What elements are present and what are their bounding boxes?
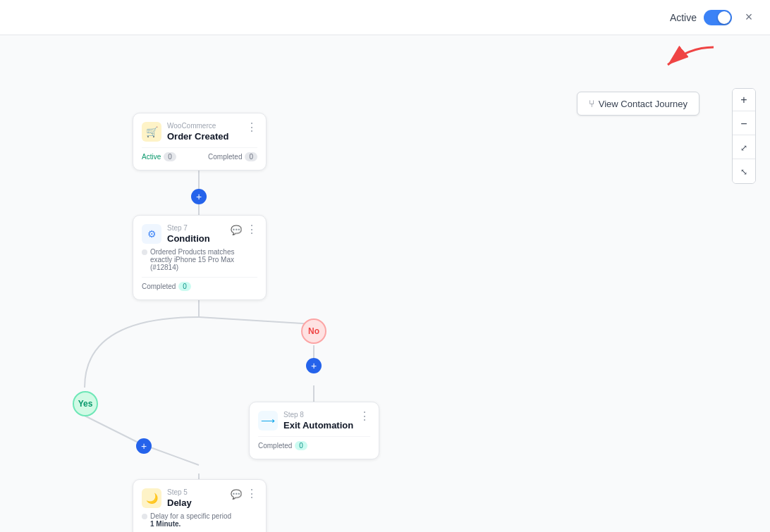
delay-comment-icon[interactable]: 💬	[231, 489, 242, 500]
yes-connector[interactable]: Yes	[73, 391, 98, 416]
fit-screen-button[interactable]: ⤢	[733, 137, 755, 159]
exit-icon: ⟶	[258, 411, 278, 431]
node-header-left: 🛒 WooCommerce Order Created	[142, 122, 228, 142]
active-badge: Active 0	[142, 152, 176, 161]
node-title: Order Created	[167, 131, 228, 142]
journey-icon: ⑂	[589, 98, 594, 109]
condition-title: Condition	[167, 233, 210, 244]
node-header: 🛒 WooCommerce Order Created ⋮	[142, 122, 257, 142]
canvas: ⑂ View Contact Journey + − ⤢ ⤡ 🛒 WooComm…	[0, 35, 770, 532]
active-label: Active	[670, 12, 697, 23]
exit-title: Exit Automation	[283, 420, 353, 431]
condition-completed-badge: Completed 0	[142, 282, 191, 291]
active-toggle[interactable]	[704, 10, 732, 25]
view-journey-label: View Contact Journey	[599, 99, 688, 109]
condition-step: Step 7	[167, 224, 210, 232]
condition-count: 0	[178, 282, 191, 291]
condition-desc-text: Ordered Products matches exactly iPhone …	[150, 248, 257, 271]
desc-dot	[142, 249, 147, 255]
condition-header: ⚙ Step 7 Condition 💬 ⋮	[142, 224, 257, 244]
delay-title-group: Step 5 Delay	[167, 488, 192, 508]
exit-footer: Completed 0	[258, 436, 370, 450]
view-contact-journey-button[interactable]: ⑂ View Contact Journey	[577, 92, 699, 116]
zoom-out-button[interactable]: −	[733, 113, 755, 135]
delay-duration: 1 Minute.	[150, 520, 231, 528]
delay-header: 🌙 Step 5 Delay 💬 ⋮	[142, 488, 257, 508]
exit-more-button[interactable]: ⋮	[359, 411, 370, 422]
completed-status: Completed	[208, 153, 242, 161]
delay-actions: 💬 ⋮	[231, 488, 257, 500]
condition-title-group: Step 7 Condition	[167, 224, 210, 244]
add-step-button-3[interactable]: +	[136, 438, 152, 454]
exit-step: Step 8	[283, 411, 353, 419]
condition-more-button[interactable]: ⋮	[246, 224, 257, 235]
topbar: Active ×	[0, 0, 770, 35]
condition-desc: Ordered Products matches exactly iPhone …	[142, 248, 257, 271]
condition-footer: Completed 0	[142, 277, 257, 291]
delay-desc-dot	[142, 514, 147, 519]
svg-line-6	[85, 416, 141, 444]
active-count: 0	[164, 152, 176, 161]
woocommerce-icon: 🛒	[142, 122, 161, 142]
exit-header: ⟶ Step 8 Exit Automation ⋮	[258, 411, 370, 431]
delay-title: Delay	[167, 497, 192, 508]
delay-icon: 🌙	[142, 488, 161, 508]
condition-header-left: ⚙ Step 7 Condition	[142, 224, 210, 244]
node-platform: WooCommerce	[167, 122, 228, 130]
node-title-group: WooCommerce Order Created	[167, 122, 228, 142]
exit-completed-status: Completed	[258, 442, 292, 450]
add-step-button-2[interactable]: +	[306, 358, 322, 373]
condition-icon: ⚙	[142, 224, 161, 244]
active-status: Active	[142, 153, 161, 161]
exit-header-left: ⟶ Step 8 Exit Automation	[258, 411, 353, 431]
node-footer: Active 0 Completed 0	[142, 147, 257, 161]
zoom-in-button[interactable]: +	[733, 89, 755, 111]
exit-completed-badge: Completed 0	[258, 441, 307, 450]
delay-desc-text: Delay for a specific period	[150, 512, 231, 520]
delay-more-button[interactable]: ⋮	[246, 488, 257, 500]
delay-node[interactable]: 🌙 Step 5 Delay 💬 ⋮ Delay for a specific …	[133, 479, 267, 532]
exit-count: 0	[295, 441, 307, 450]
delay-desc: Delay for a specific period 1 Minute.	[142, 512, 257, 528]
no-connector[interactable]: No	[301, 318, 326, 344]
fullscreen-button[interactable]: ⤡	[733, 161, 755, 183]
no-label: No	[308, 326, 319, 336]
close-button[interactable]: ×	[739, 8, 759, 27]
condition-completed-status: Completed	[142, 283, 176, 290]
node-more-button[interactable]: ⋮	[246, 122, 257, 133]
exit-automation-node[interactable]: ⟶ Step 8 Exit Automation ⋮ Completed 0	[249, 402, 379, 459]
order-created-node[interactable]: 🛒 WooCommerce Order Created ⋮ Active 0 C…	[133, 113, 267, 171]
yes-label: Yes	[78, 399, 93, 409]
completed-count: 0	[245, 152, 257, 161]
svg-line-3	[199, 317, 314, 324]
delay-header-left: 🌙 Step 5 Delay	[142, 488, 192, 508]
add-step-button-1[interactable]: +	[191, 189, 207, 204]
condition-actions: 💬 ⋮	[231, 224, 257, 235]
comment-icon[interactable]: 💬	[231, 225, 242, 235]
red-arrow	[647, 44, 717, 79]
exit-title-group: Step 8 Exit Automation	[283, 411, 353, 431]
zoom-controls: + − ⤢ ⤡	[732, 88, 756, 184]
condition-node[interactable]: ⚙ Step 7 Condition 💬 ⋮ Ordered Products …	[133, 215, 267, 300]
delay-step: Step 5	[167, 488, 192, 496]
completed-badge: Completed 0	[208, 152, 257, 161]
